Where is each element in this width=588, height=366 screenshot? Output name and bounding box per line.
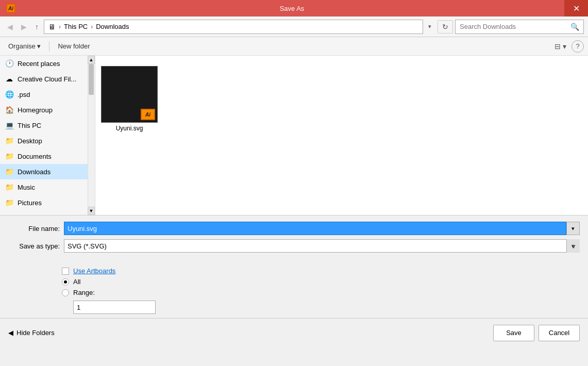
- toolbar: Organise ▾ New folder ⊟ ▾ ?: [0, 37, 588, 56]
- sidebar-item-label: .psd: [18, 91, 30, 98]
- sidebar-scroll-controls: ▲: [88, 56, 95, 64]
- address-bar: ◀ ▶ ↑ 🖥 › This PC › Downloads ▾ ↻ 🔍: [0, 16, 588, 37]
- footer: ◀ Hide Folders Save Cancel: [0, 318, 588, 347]
- hide-folders-icon: ◀: [8, 329, 13, 337]
- cancel-button[interactable]: Cancel: [539, 325, 580, 341]
- sidebar-item-downloads[interactable]: 📁Downloads: [0, 164, 88, 179]
- sidebar-item-icon: 💻: [4, 120, 14, 130]
- file-thumbnail: Ai: [101, 66, 158, 123]
- filename-row: File name: ▾: [8, 222, 580, 235]
- sidebar-item-documents[interactable]: 📁Documents: [0, 148, 88, 164]
- sidebar-item-label: Creative Cloud Fil...: [18, 75, 76, 83]
- refresh-button[interactable]: ↻: [438, 20, 453, 34]
- sidebar-item-icon: 📁: [4, 136, 14, 146]
- sidebar-item-recent-places[interactable]: 🕐Recent places: [0, 56, 88, 71]
- use-artboards-label[interactable]: Use Artboards: [73, 267, 115, 275]
- file-area: Ai Uyuni.svg: [95, 56, 588, 215]
- sidebar-item-icon: 📁: [4, 167, 14, 177]
- sidebar-item-label: Downloads: [18, 168, 51, 176]
- close-button[interactable]: ✕: [564, 0, 588, 16]
- sidebar-item-icon: 📁: [4, 197, 14, 208]
- sidebar-item-icon: 🏠: [4, 105, 14, 115]
- all-radio[interactable]: [62, 278, 69, 286]
- toolbar-right: ⊟ ▾ ?: [551, 40, 584, 53]
- range-radio[interactable]: [62, 289, 69, 296]
- main-area: ▲ 🕐Recent places☁Creative Cloud Fil...🌐.…: [0, 56, 588, 215]
- use-artboards-checkbox[interactable]: [62, 268, 69, 275]
- all-radio-row: All: [62, 278, 580, 286]
- sidebar-scroll-up[interactable]: ▲: [88, 56, 95, 64]
- save-button[interactable]: Save: [493, 325, 534, 341]
- sidebar-scroll-bottom: ▼: [88, 206, 95, 215]
- range-input[interactable]: [73, 301, 156, 314]
- sidebar-item-creative-cloud[interactable]: ☁Creative Cloud Fil...: [0, 71, 88, 87]
- organize-button[interactable]: Organise ▾: [4, 40, 45, 52]
- hide-folders-button[interactable]: ◀ Hide Folders: [8, 329, 55, 337]
- file-name: Uyuni.svg: [116, 125, 143, 132]
- address-path[interactable]: 🖥 › This PC › Downloads: [44, 20, 423, 34]
- sidebar-item-music[interactable]: 📁Music: [0, 179, 88, 195]
- sidebar: ▲ 🕐Recent places☁Creative Cloud Fil...🌐.…: [0, 56, 95, 215]
- sidebar-item-label: Documents: [18, 153, 52, 160]
- dialog-title: Save As: [20, 5, 564, 12]
- range-input-row: [62, 300, 580, 314]
- search-icon[interactable]: 🔍: [570, 23, 579, 31]
- hide-folders-label: Hide Folders: [16, 329, 55, 337]
- sidebar-items: 🕐Recent places☁Creative Cloud Fil...🌐.ps…: [0, 56, 95, 210]
- sidebar-item-homegroup[interactable]: 🏠Homegroup: [0, 102, 88, 118]
- savetype-select[interactable]: SVG (*.SVG)Adobe Illustrator (*.AI)PDF (…: [64, 239, 580, 253]
- up-button[interactable]: ↑: [32, 21, 42, 33]
- filename-label: File name:: [8, 225, 60, 232]
- sidebar-item-label: This PC: [18, 122, 41, 129]
- sidebar-item-label: Recent places: [18, 60, 60, 68]
- back-button[interactable]: ◀: [4, 21, 16, 33]
- ai-badge: Ai: [141, 109, 155, 120]
- sidebar-item-icon: 🕐: [4, 58, 14, 69]
- path-computer-icon: 🖥: [48, 23, 56, 31]
- file-item[interactable]: Ai Uyuni.svg: [104, 64, 155, 134]
- new-folder-button[interactable]: New folder: [54, 40, 94, 52]
- filename-input-wrapper: ▾: [64, 222, 580, 235]
- sidebar-item-psd[interactable]: 🌐.psd: [0, 87, 88, 102]
- sidebar-item-label: Music: [18, 184, 35, 191]
- sidebar-scrollthumb[interactable]: [89, 64, 94, 95]
- range-radio-row: Range:: [62, 289, 580, 296]
- sidebar-item-pictures[interactable]: 📁Pictures: [0, 195, 88, 210]
- forward-button[interactable]: ▶: [18, 21, 30, 33]
- sidebar-scroll-down[interactable]: ▼: [88, 207, 95, 215]
- path-dropdown-button[interactable]: ▾: [425, 22, 434, 31]
- path-downloads: Downloads: [96, 23, 129, 30]
- sidebar-item-desktop[interactable]: 📁Desktop: [0, 133, 88, 148]
- range-label: Range:: [73, 289, 95, 296]
- search-input[interactable]: [460, 23, 570, 30]
- bottom-form: File name: ▾ Save as type: SVG (*.SVG)Ad…: [0, 215, 588, 263]
- savetype-row: Save as type: SVG (*.SVG)Adobe Illustrat…: [8, 239, 580, 253]
- path-this-pc: This PC: [64, 23, 88, 30]
- sidebar-scrolltrack: [88, 56, 95, 215]
- view-button[interactable]: ⊟ ▾: [551, 40, 569, 53]
- sidebar-item-label: Homegroup: [18, 106, 53, 114]
- savetype-label: Save as type:: [8, 242, 60, 250]
- app-icon: Ai: [6, 4, 20, 13]
- sidebar-item-icon: ☁: [4, 74, 14, 84]
- sidebar-item-icon: 🌐: [4, 89, 14, 99]
- options-area: Use Artboards All Range:: [0, 263, 588, 318]
- sidebar-item-this-pc[interactable]: 💻This PC: [0, 118, 88, 133]
- sidebar-item-icon: 📁: [4, 151, 14, 161]
- footer-buttons: Save Cancel: [493, 325, 580, 341]
- use-artboards-row: Use Artboards: [62, 267, 580, 275]
- sidebar-item-label: Desktop: [18, 137, 42, 145]
- search-box: 🔍: [455, 20, 584, 34]
- toolbar-separator: [49, 41, 49, 52]
- filename-input[interactable]: [64, 222, 566, 235]
- all-label: All: [73, 278, 80, 286]
- sidebar-item-icon: 📁: [4, 182, 14, 192]
- filename-dropdown-button[interactable]: ▾: [566, 222, 580, 235]
- savetype-select-wrapper: SVG (*.SVG)Adobe Illustrator (*.AI)PDF (…: [64, 239, 580, 253]
- help-button[interactable]: ?: [572, 40, 584, 53]
- sidebar-item-label: Pictures: [18, 199, 42, 207]
- title-bar: Ai Save As ✕: [0, 0, 588, 16]
